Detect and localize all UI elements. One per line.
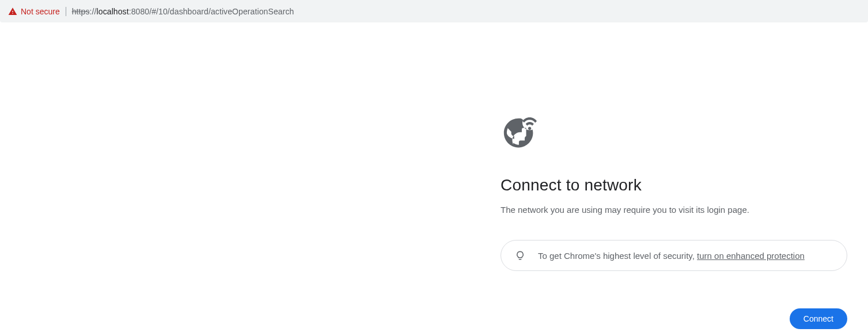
tip-prefix: To get Chrome's highest level of securit…: [538, 251, 697, 261]
warning-icon: [8, 7, 17, 16]
url-sep: ://: [90, 7, 97, 16]
tip-text: To get Chrome's highest level of securit…: [538, 251, 805, 261]
url-text[interactable]: https://localhost:8080/#/10/dashboard/ac…: [72, 7, 294, 16]
connect-button[interactable]: Connect: [790, 308, 847, 329]
address-bar[interactable]: Not secure https://localhost:8080/#/10/d…: [0, 0, 868, 22]
page-subtitle: The network you are using may require yo…: [501, 205, 847, 215]
url-host: localhost: [97, 7, 129, 16]
interstitial-content: Connect to network The network you are u…: [501, 115, 847, 271]
url-scheme: https: [72, 7, 90, 16]
globe-wifi-icon: [501, 115, 541, 155]
url-rest: :8080/#/10/dashboard/activeOperationSear…: [129, 7, 294, 16]
address-divider: [66, 7, 66, 16]
not-secure-label: Not secure: [21, 7, 60, 16]
enhanced-protection-link[interactable]: turn on enhanced protection: [697, 251, 805, 261]
page-title: Connect to network: [501, 176, 847, 194]
lightbulb-icon: [515, 250, 525, 261]
security-tip-box: To get Chrome's highest level of securit…: [501, 240, 847, 271]
